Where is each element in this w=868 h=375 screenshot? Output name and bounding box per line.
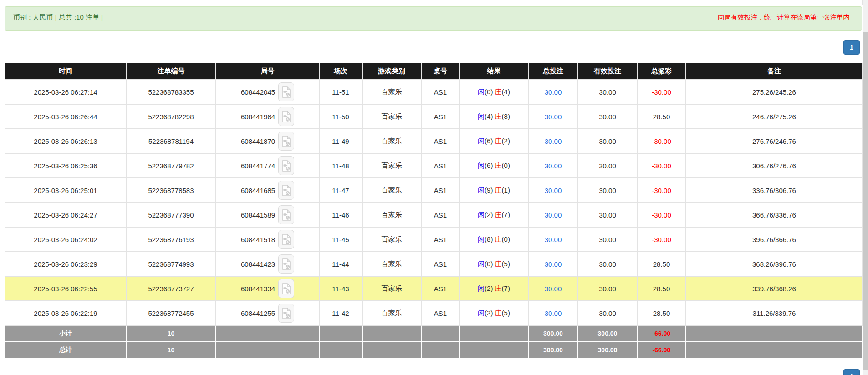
video-replay-button[interactable]: [278, 230, 294, 249]
video-replay-button[interactable]: [278, 304, 294, 323]
table-row: 2025-03-26 06:26:44 522368782298 6084419…: [5, 104, 863, 129]
video-replay-button[interactable]: [278, 82, 294, 101]
total-bet-link[interactable]: 30.00: [545, 137, 562, 145]
table-row: 2025-03-26 06:25:01 522368778583 6084416…: [5, 178, 863, 203]
player-label: 闲: [478, 260, 485, 268]
time-cell: 2025-03-26 06:25:36: [5, 153, 126, 178]
video-replay-button[interactable]: [278, 156, 294, 175]
session-cell: 11-50: [319, 104, 362, 129]
round-number-cell: 608441964: [216, 104, 319, 129]
pagination-top: 1: [843, 40, 860, 55]
banker-score: (0): [502, 162, 510, 169]
video-replay-button[interactable]: [278, 279, 294, 298]
video-replay-button[interactable]: [278, 107, 294, 126]
video-replay-icon: [282, 86, 291, 98]
remark-cell: 368.26/396.76: [686, 252, 863, 276]
column-header: 结果: [460, 63, 528, 80]
valid-bet-cell: 30.00: [578, 153, 637, 178]
payout-cell: 28.50: [637, 104, 686, 129]
payout-cell: 28.50: [637, 276, 686, 301]
total-bet-link[interactable]: 30.00: [545, 236, 562, 243]
video-replay-icon: [282, 209, 291, 221]
summary-payout-cell: -66.00: [637, 325, 686, 342]
player-score: (2): [485, 284, 493, 292]
game-type-cell: 百家乐: [362, 227, 421, 252]
session-cell: 11-44: [319, 252, 362, 276]
round-number: 608441685: [241, 187, 275, 194]
round-number: 608441964: [241, 113, 275, 121]
video-replay-icon: [282, 308, 291, 319]
round-number-cell: 608441334: [216, 276, 319, 301]
time-cell: 2025-03-26 06:24:27: [5, 203, 126, 227]
round-number: 608441518: [241, 236, 275, 243]
table-number-cell: AS1: [421, 129, 460, 153]
video-replay-button[interactable]: [278, 181, 294, 200]
session-cell: 11-48: [319, 153, 362, 178]
remark-cell: 275.26/245.26: [686, 80, 863, 104]
column-header: 时间: [5, 63, 126, 80]
video-replay-button[interactable]: [278, 132, 294, 151]
player-score: (6): [485, 137, 493, 145]
total-bet-cell: 30.00: [528, 104, 578, 129]
banker-score: (7): [502, 211, 510, 218]
table-body: 2025-03-26 06:27:14 522368783355 6084420…: [5, 80, 863, 358]
round-number: 608441870: [241, 137, 275, 145]
result-cell: 闲(9) 庄(1): [460, 178, 528, 203]
total-bet-link[interactable]: 30.00: [545, 211, 562, 219]
vertical-scrollbar[interactable]: [863, 0, 868, 375]
bet-number-cell: 522368781194: [126, 129, 216, 153]
result-cell: 闲(0) 庄(5): [460, 252, 528, 276]
video-replay-icon: [282, 111, 291, 122]
total-bet-cell: 30.00: [528, 129, 578, 153]
summary-row: 总计 10 300.00 300.00 -66.00: [5, 342, 863, 358]
total-bet-link[interactable]: 30.00: [545, 88, 562, 96]
summary-payout-cell: -66.00: [637, 342, 686, 358]
round-number: 608441423: [241, 260, 275, 268]
session-cell: 11-46: [319, 203, 362, 227]
round-number: 608441255: [241, 309, 275, 317]
payout-cell: -30.00: [637, 203, 686, 227]
session-cell: 11-43: [319, 276, 362, 301]
total-bet-link[interactable]: 30.00: [545, 309, 562, 317]
total-bet-link[interactable]: 30.00: [545, 187, 562, 194]
round-number-cell: 608441255: [216, 301, 319, 325]
session-cell: 11-42: [319, 301, 362, 325]
remark-cell: 306.76/276.76: [686, 153, 863, 178]
summary-empty-cell: [319, 342, 362, 358]
banker-score: (1): [502, 186, 510, 194]
remark-cell: 311.26/339.76: [686, 301, 863, 325]
total-bet-link[interactable]: 30.00: [545, 260, 562, 268]
result-cell: 闲(2) 庄(7): [460, 203, 528, 227]
bet-number-cell: 522368777390: [126, 203, 216, 227]
page-1-button[interactable]: 1: [843, 40, 860, 55]
summary-empty-cell: [421, 325, 460, 342]
remark-cell: 276.76/246.76: [686, 129, 863, 153]
session-cell: 11-51: [319, 80, 362, 104]
banker-score: (4): [502, 88, 510, 96]
banker-score: (0): [502, 235, 510, 243]
scrollbar-thumb[interactable]: [863, 32, 868, 370]
total-bet-link[interactable]: 30.00: [545, 285, 562, 293]
total-bet-cell: 30.00: [528, 153, 578, 178]
table-row: 2025-03-26 06:27:14 522368783355 6084420…: [5, 80, 863, 104]
session-cell: 11-47: [319, 178, 362, 203]
valid-bet-cell: 30.00: [578, 227, 637, 252]
game-type-cell: 百家乐: [362, 80, 421, 104]
video-replay-button[interactable]: [278, 254, 294, 274]
valid-bet-notice-text: 同局有效投注，统一计算在该局第一张注单内: [718, 13, 850, 22]
summary-row: 小计 10 300.00 300.00 -66.00: [5, 325, 863, 342]
total-bet-cell: 30.00: [528, 203, 578, 227]
video-replay-button[interactable]: [278, 205, 294, 224]
bet-records-table: 时间注单编号局号场次游戏类别桌号结果总投注有效投注总派彩备注 2025-03-2…: [5, 63, 863, 359]
banker-score: (7): [502, 284, 510, 292]
player-score: (8): [485, 235, 493, 243]
bet-number-cell: 522368783355: [126, 80, 216, 104]
bet-number-cell: 522368774993: [126, 252, 216, 276]
table-number-cell: AS1: [421, 80, 460, 104]
pagination-bottom: 1: [843, 369, 860, 375]
result-cell: 闲(6) 庄(2): [460, 129, 528, 153]
total-bet-link[interactable]: 30.00: [545, 162, 562, 170]
total-bet-link[interactable]: 30.00: [545, 113, 562, 121]
banker-score: (2): [502, 137, 510, 145]
page-1-button-bottom[interactable]: 1: [843, 369, 860, 375]
